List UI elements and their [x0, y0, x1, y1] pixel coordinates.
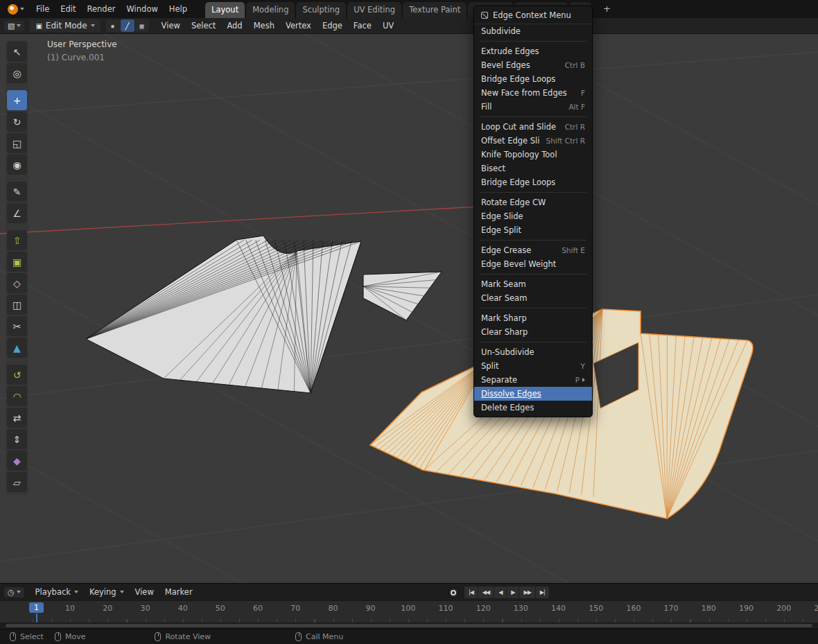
menu-item-label: Bridge Edge Loops: [481, 177, 555, 187]
playhead-line[interactable]: [36, 613, 37, 623]
context-menu-item: [474, 38, 592, 44]
transport-button[interactable]: ▶: [507, 586, 519, 598]
context-menu-item[interactable]: Clear Seam: [474, 291, 592, 305]
context-menu-item[interactable]: Edge Slide: [474, 209, 592, 223]
topbar-menu-item[interactable]: Edit: [55, 2, 81, 16]
select-mode-button[interactable]: ▦: [135, 19, 149, 32]
context-menu-item[interactable]: Bridge Edge Loops: [474, 72, 592, 86]
workspace-tab[interactable]: UV Editing: [347, 2, 401, 18]
context-menu-item[interactable]: Un-Subdivide: [474, 345, 592, 359]
viewport-canvas[interactable]: ↖ ◎ + ↻ ◱ ◉: [0, 34, 818, 583]
tool-button[interactable]: ◱: [7, 133, 27, 153]
tool-button[interactable]: ▲: [7, 338, 27, 358]
tool-button[interactable]: ◠: [7, 386, 27, 406]
add-workspace-button[interactable]: +: [599, 3, 615, 15]
topbar-menu-item[interactable]: Render: [82, 2, 121, 16]
context-menu-item[interactable]: Delete Edges: [474, 401, 592, 415]
workspace-tab[interactable]: Layout: [205, 2, 245, 18]
timeline-menu-item[interactable]: Playback: [30, 585, 84, 599]
current-frame-badge[interactable]: 1: [29, 602, 44, 613]
menu-item-label: Edge Crease: [481, 245, 531, 255]
editor-type-button[interactable]: ▧: [4, 21, 24, 31]
viewport-menu-item[interactable]: Add: [221, 19, 247, 33]
scrollbar-handle[interactable]: [6, 624, 812, 627]
tool-button[interactable]: ✎: [7, 182, 27, 202]
timeline-menu-item[interactable]: Keying: [84, 585, 130, 599]
x-axis-line: [0, 207, 478, 234]
topbar-menu-item[interactable]: Window: [121, 2, 163, 16]
tool-button[interactable]: ↖: [7, 42, 27, 62]
tool-icon: ↻: [13, 117, 21, 127]
transport-button[interactable]: |◀: [464, 586, 478, 598]
tool-button[interactable]: ◫: [7, 295, 27, 315]
tool-button[interactable]: ↺: [7, 365, 27, 385]
transport-button[interactable]: ▶▶: [519, 586, 534, 598]
timeline-editor-type-button[interactable]: ◷: [4, 587, 24, 598]
timeline-menu-item[interactable]: Marker: [159, 585, 198, 599]
context-menu-item[interactable]: Bridge Edge Loops: [474, 175, 592, 189]
tool-button[interactable]: ◆: [7, 451, 27, 471]
mode-dropdown[interactable]: ▣ Edit Mode: [30, 19, 100, 32]
timeline-ruler[interactable]: 1 10203040506070809010011012013014015016…: [0, 600, 818, 623]
context-menu-item[interactable]: Edge Bevel Weight: [474, 257, 592, 271]
context-menu-item[interactable]: New Face from Edges F: [474, 86, 592, 100]
context-menu-item[interactable]: Separate P: [474, 373, 592, 387]
tool-button[interactable]: ↻: [7, 112, 27, 132]
context-menu-item[interactable]: Bisect: [474, 162, 592, 175]
timeline-scrollbar[interactable]: [0, 623, 818, 629]
mesh-white-letter[interactable]: [86, 236, 442, 393]
context-menu-item: [474, 305, 592, 311]
viewport-menu-item[interactable]: UV: [377, 19, 399, 33]
menu-item-shortcut: P: [570, 376, 580, 384]
viewport-menu-item[interactable]: Mesh: [248, 19, 280, 33]
tool-button[interactable]: ∠: [7, 203, 27, 223]
tool-button[interactable]: ⇄: [7, 408, 27, 428]
auto-keying-button[interactable]: [448, 587, 459, 598]
tool-button[interactable]: ◎: [7, 63, 27, 83]
context-menu-item[interactable]: Subdivide: [474, 24, 592, 38]
menu-item-label: Mark Sharp: [481, 313, 527, 323]
context-menu-item[interactable]: Mark Seam: [474, 277, 592, 291]
tool-button[interactable]: ▣: [7, 252, 27, 272]
context-menu-item[interactable]: Rotate Edge CW: [474, 195, 592, 209]
blender-menu-button[interactable]: [4, 3, 28, 16]
tool-button[interactable]: ⇕: [7, 429, 27, 449]
context-menu-item[interactable]: Fill Alt F: [474, 100, 592, 114]
tool-button[interactable]: ⇧: [7, 230, 27, 250]
chevron-down-icon: [17, 24, 21, 27]
select-mode-button[interactable]: ╱: [121, 19, 134, 32]
viewport-menu-item[interactable]: Edge: [317, 19, 348, 33]
tool-button[interactable]: ▱: [7, 472, 27, 492]
context-menu-item[interactable]: Loop Cut and Slide Ctrl R: [474, 120, 592, 134]
context-menu-item[interactable]: Dissolve Edges: [474, 387, 592, 401]
transport-button[interactable]: ◀◀: [478, 586, 494, 598]
tool-button[interactable]: ◇: [7, 273, 27, 293]
tool-button[interactable]: +: [7, 90, 27, 110]
menu-item-label: Extrude Edges: [481, 46, 539, 56]
context-menu-item[interactable]: Mark Sharp: [474, 311, 592, 325]
context-menu-item[interactable]: Split Y: [474, 359, 592, 373]
context-menu-item[interactable]: Edge Crease Shift E: [474, 243, 592, 257]
topbar-menu-item[interactable]: File: [31, 2, 55, 16]
viewport-menu-item[interactable]: Vertex: [280, 19, 317, 33]
context-menu-item[interactable]: Clear Sharp: [474, 325, 592, 339]
workspace-tab[interactable]: Sculpting: [296, 2, 346, 18]
context-menu-item[interactable]: Extrude Edges: [474, 44, 592, 58]
transport-button[interactable]: ◀: [494, 586, 506, 598]
tool-button[interactable]: ✂: [7, 316, 27, 336]
context-menu-item[interactable]: Bevel Edges Ctrl B: [474, 58, 592, 72]
chevron-down-icon: [91, 24, 95, 27]
context-menu-item[interactable]: Offset Edge Slide Shift Ctrl R: [474, 134, 592, 148]
topbar-menu-item[interactable]: Help: [164, 2, 193, 16]
context-menu-item[interactable]: Knife Topology Tool: [474, 148, 592, 162]
viewport-menu-item[interactable]: Select: [186, 19, 221, 33]
context-menu-item[interactable]: Edge Split: [474, 223, 592, 237]
workspace-tab[interactable]: Texture Paint: [403, 2, 467, 18]
tool-button[interactable]: ◉: [7, 155, 27, 175]
timeline-menu-item[interactable]: View: [130, 585, 159, 599]
select-mode-button[interactable]: ▪: [106, 19, 120, 32]
workspace-tab[interactable]: Modeling: [246, 2, 295, 18]
transport-button[interactable]: ▶|: [536, 586, 549, 598]
viewport-menu-item[interactable]: Face: [348, 19, 377, 33]
viewport-menu-item[interactable]: View: [156, 19, 186, 33]
